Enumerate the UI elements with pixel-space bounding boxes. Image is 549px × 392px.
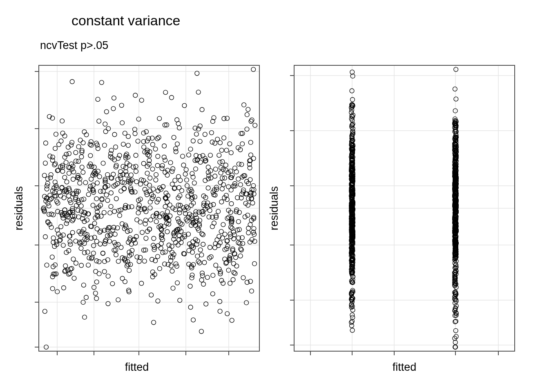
data-point: [160, 163, 165, 168]
data-point: [210, 140, 214, 145]
data-point: [188, 305, 193, 310]
data-point: [174, 241, 178, 245]
data-point: [122, 186, 127, 191]
data-point: [190, 276, 194, 280]
data-point: [157, 116, 162, 121]
data-point: [249, 191, 253, 195]
data-point: [165, 173, 170, 178]
data-point: [129, 173, 134, 177]
data-point: [111, 107, 116, 111]
data-point: [200, 274, 205, 278]
data-point: [74, 261, 78, 265]
data-point: [168, 160, 173, 165]
data-point: [48, 154, 52, 158]
data-point: [141, 131, 146, 135]
data-point: [59, 225, 63, 229]
data-point: [102, 210, 106, 215]
data-point: [350, 98, 355, 102]
data-point: [148, 176, 152, 180]
data-point: [156, 254, 160, 259]
data-point: [45, 263, 49, 267]
data-point: [165, 209, 170, 214]
data-point: [79, 263, 84, 268]
data-point: [109, 148, 114, 153]
data-point: [213, 167, 218, 172]
data-point: [165, 229, 170, 234]
data-point: [234, 169, 239, 174]
data-point: [82, 227, 86, 232]
data-point: [101, 189, 105, 194]
data-point: [149, 293, 154, 297]
data-point: [120, 276, 125, 281]
data-point: [191, 240, 195, 244]
data-point: [67, 272, 71, 276]
data-point: [152, 320, 156, 325]
data-point: [98, 242, 103, 246]
data-point: [83, 251, 87, 255]
data-point: [213, 174, 217, 178]
data-point: [54, 132, 58, 136]
data-point: [79, 155, 84, 159]
data-point: [195, 254, 200, 258]
data-point: [116, 259, 121, 264]
data-point: [144, 129, 149, 134]
data-point: [83, 180, 88, 185]
data-point: [62, 286, 66, 290]
data-point: [79, 204, 83, 208]
data-point: [250, 118, 254, 122]
data-point: [250, 201, 255, 205]
data-point: [167, 247, 172, 252]
data-point: [199, 278, 204, 282]
data-point: [148, 206, 152, 210]
data-point: [69, 143, 74, 147]
data-point: [47, 204, 51, 208]
data-point: [349, 320, 354, 325]
data-point: [91, 183, 96, 187]
data-point: [121, 164, 125, 169]
data-point: [219, 171, 223, 175]
data-point: [240, 175, 245, 179]
data-point: [143, 187, 147, 192]
data-point: [114, 253, 118, 257]
data-point: [88, 142, 92, 147]
data-point: [215, 238, 219, 242]
data-point: [91, 203, 95, 207]
left-ylabel: residuals: [13, 186, 25, 230]
data-point: [187, 248, 191, 253]
data-point: [158, 246, 163, 251]
data-point: [171, 286, 175, 290]
data-point: [172, 135, 176, 140]
data-point: [201, 242, 205, 247]
data-point: [52, 163, 57, 167]
data-point: [240, 142, 245, 146]
data-point: [199, 253, 204, 257]
data-point: [144, 236, 148, 241]
data-point: [50, 286, 55, 291]
data-point: [85, 250, 90, 254]
data-point: [78, 138, 83, 143]
data-point: [233, 271, 237, 276]
data-point: [67, 171, 71, 176]
data-point: [229, 151, 233, 155]
data-point: [162, 155, 166, 160]
data-point: [142, 145, 146, 149]
data-point: [95, 227, 99, 231]
data-point: [236, 219, 241, 224]
data-point: [163, 158, 167, 163]
data-point: [144, 181, 148, 185]
data-point: [67, 151, 71, 156]
data-point: [210, 225, 215, 229]
data-point: [158, 266, 162, 271]
data-point: [195, 71, 199, 76]
data-point: [42, 173, 47, 178]
data-point: [156, 154, 160, 159]
data-point: [104, 193, 109, 197]
data-point: [249, 153, 253, 157]
data-point: [218, 299, 222, 304]
data-point: [206, 165, 210, 169]
right-plot: [290, 65, 515, 355]
data-point: [127, 268, 132, 273]
data-point: [97, 119, 101, 123]
data-point: [125, 229, 130, 234]
data-point: [139, 98, 144, 102]
